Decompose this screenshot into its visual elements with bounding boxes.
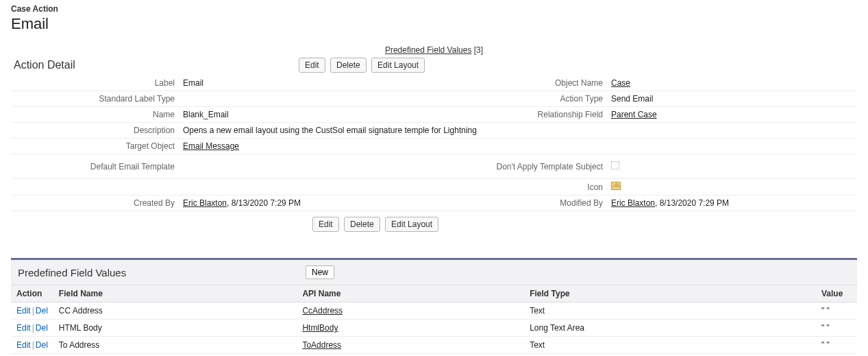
link-target-object[interactable]: Email Message bbox=[183, 141, 239, 151]
edit-button[interactable]: Edit bbox=[299, 58, 325, 73]
value-description: Opens a new email layout using the CustS… bbox=[179, 123, 857, 139]
label-action-type: Action Type bbox=[429, 91, 607, 107]
col-api-name: API Name bbox=[297, 285, 524, 302]
page-type: Case Action bbox=[11, 4, 857, 14]
label-created-by: Created By bbox=[11, 195, 179, 211]
value-label: Email bbox=[179, 75, 429, 91]
value-standard-label-type bbox=[179, 91, 429, 107]
label-relationship-field: Relationship Field bbox=[429, 107, 607, 123]
page-title: Email bbox=[11, 15, 857, 33]
related-list-table: Action Field Name API Name Field Type Va… bbox=[11, 285, 857, 354]
label-dont-apply-template-subject: Don't Apply Template Subject bbox=[429, 154, 607, 179]
label-object-name: Object Name bbox=[429, 75, 607, 91]
table-row: Edit|Del CC Address CcAddress Text " " bbox=[11, 302, 857, 320]
link-relationship-field[interactable]: Parent Case bbox=[611, 110, 657, 119]
action-detail-table: Label Email Object Name Case Standard La… bbox=[11, 75, 857, 211]
value-name: Blank_Email bbox=[179, 107, 429, 123]
row-del-link[interactable]: Del bbox=[36, 323, 48, 333]
text-modified-by-date: , 8/13/2020 7:29 PM bbox=[655, 198, 729, 208]
link-modified-by-user[interactable]: Eric Blaxton bbox=[611, 198, 655, 208]
text-created-by-date: , 8/13/2020 7:29 PM bbox=[227, 198, 301, 208]
value-dont-apply-template-subject bbox=[607, 154, 857, 179]
row-del-link[interactable]: Del bbox=[36, 340, 48, 350]
cell-value: " " bbox=[816, 302, 857, 320]
label-icon: Icon bbox=[429, 179, 607, 195]
table-row: Edit|Del To Address ToAddress Text " " bbox=[11, 337, 857, 354]
link-created-by-user[interactable]: Eric Blaxton bbox=[183, 198, 227, 208]
related-list: Predefined Field Values New Action Field… bbox=[11, 258, 857, 354]
cell-api-name-link[interactable]: HtmlBody bbox=[302, 323, 338, 333]
value-created-by: Eric Blaxton, 8/13/2020 7:29 PM bbox=[179, 195, 429, 211]
table-row: Edit|Del HTML Body HtmlBody Long Text Ar… bbox=[11, 320, 857, 337]
edit-layout-button-bottom[interactable]: Edit Layout bbox=[385, 217, 438, 232]
new-button[interactable]: New bbox=[306, 265, 334, 279]
cell-field-name: To Address bbox=[53, 337, 297, 354]
cell-api-name-link[interactable]: ToAddress bbox=[302, 340, 341, 350]
row-edit-link[interactable]: Edit bbox=[16, 306, 31, 316]
value-icon bbox=[607, 179, 857, 195]
edit-button-bottom[interactable]: Edit bbox=[312, 217, 339, 232]
value-default-email-template bbox=[179, 154, 429, 179]
cell-value: " " bbox=[816, 337, 857, 354]
value-modified-by: Eric Blaxton, 8/13/2020 7:29 PM bbox=[607, 195, 857, 211]
delete-button[interactable]: Delete bbox=[330, 58, 367, 73]
checkbox-icon bbox=[611, 161, 619, 169]
label-name: Name bbox=[11, 107, 179, 123]
col-value: Value bbox=[816, 285, 857, 302]
predefined-values-anchor[interactable]: Predefined Field Values bbox=[385, 45, 472, 55]
mail-icon bbox=[611, 182, 621, 190]
row-edit-link[interactable]: Edit bbox=[16, 340, 31, 350]
col-action: Action bbox=[11, 285, 53, 302]
row-del-link[interactable]: Del bbox=[36, 306, 48, 316]
label-description: Description bbox=[11, 123, 179, 139]
label-target-object: Target Object bbox=[11, 139, 179, 154]
predefined-values-count: [3] bbox=[474, 45, 483, 55]
action-detail-title: Action Detail bbox=[11, 59, 299, 71]
col-field-name: Field Name bbox=[53, 285, 297, 302]
cell-field-name: HTML Body bbox=[53, 320, 297, 337]
label-default-email-template: Default Email Template bbox=[11, 154, 179, 179]
value-action-type: Send Email bbox=[607, 91, 857, 107]
edit-layout-button[interactable]: Edit Layout bbox=[371, 58, 425, 73]
label-standard-label-type: Standard Label Type bbox=[11, 91, 179, 107]
cell-value: " " bbox=[816, 320, 857, 337]
col-field-type: Field Type bbox=[524, 285, 816, 302]
cell-api-name-link[interactable]: CcAddress bbox=[302, 306, 343, 316]
top-button-row: Edit Delete Edit Layout bbox=[299, 58, 427, 73]
cell-field-type: Text bbox=[524, 337, 816, 354]
bottom-button-row: Edit Delete Edit Layout bbox=[11, 211, 857, 237]
delete-button-bottom[interactable]: Delete bbox=[344, 217, 380, 232]
link-object-name[interactable]: Case bbox=[611, 78, 630, 88]
cell-field-type: Long Text Area bbox=[524, 320, 816, 337]
related-anchor-row: Predefined Field Values [3] bbox=[11, 45, 857, 55]
cell-field-name: CC Address bbox=[53, 302, 297, 320]
row-edit-link[interactable]: Edit bbox=[16, 323, 31, 333]
related-list-title: Predefined Field Values bbox=[18, 267, 306, 278]
label-label: Label bbox=[11, 75, 179, 91]
label-modified-by: Modified By bbox=[429, 195, 607, 211]
cell-field-type: Text bbox=[524, 302, 816, 320]
